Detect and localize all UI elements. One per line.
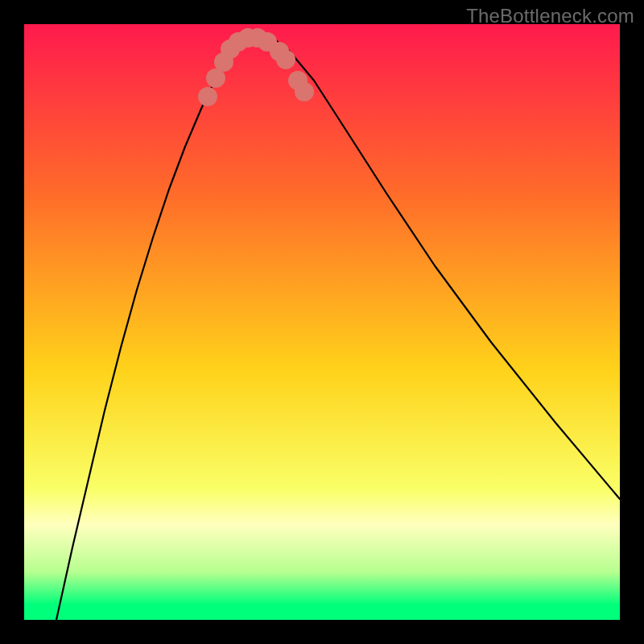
curve-marker	[198, 87, 217, 106]
plot-area	[24, 24, 620, 620]
curve-marker	[295, 82, 314, 101]
bottleneck-plot-svg	[24, 24, 620, 620]
gradient-background	[24, 24, 620, 620]
curve-marker	[276, 50, 295, 69]
chart-frame: TheBottleneck.com	[0, 0, 644, 644]
